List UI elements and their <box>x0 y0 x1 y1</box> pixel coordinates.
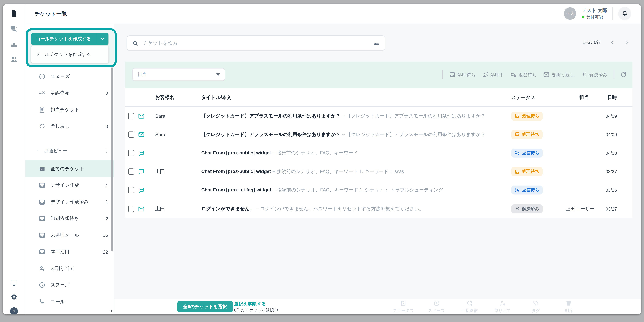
ticket-row[interactable]: 上田Chat From [proz-public] widget -- 接続前の… <box>125 162 632 181</box>
tray-icon <box>449 71 456 78</box>
split-chevron-button[interactable] <box>96 33 108 45</box>
trash-icon <box>566 300 572 306</box>
monitor-icon[interactable] <box>10 279 18 286</box>
status-filter-button[interactable]: 返答待ち <box>510 71 537 78</box>
avatar[interactable]: テ太 <box>564 7 576 20</box>
row-checkbox[interactable] <box>128 150 134 156</box>
create-mail-ticket-menu-item[interactable]: メールチケットを作成する <box>36 51 91 57</box>
status-badge: 返答待ち <box>511 186 543 195</box>
bulk-action-button[interactable]: ステータス <box>394 300 412 313</box>
gear-icon[interactable] <box>10 293 18 301</box>
status-cell: 返答待ち <box>511 149 543 158</box>
sidebar-item-label: 未処理メール <box>50 232 103 238</box>
ticket-title: Chat From [proz-public] widget -- 接続前のシナ… <box>201 150 503 156</box>
sidebar-item[interactable]: スヌーズ <box>25 68 114 85</box>
status-badge: 返答待ち <box>511 149 543 158</box>
people-icon[interactable] <box>10 55 18 63</box>
assignee-select[interactable]: 担当 <box>132 68 225 81</box>
sidebar-item-count: 0 <box>106 91 108 95</box>
sidebar-item[interactable]: デザイン作成済み1 <box>25 194 114 210</box>
bulk-action-button[interactable]: スヌーズ <box>427 300 446 313</box>
ticket-row[interactable]: Chat From [proz-tci-faq] widget -- 接続前のシ… <box>125 181 632 200</box>
select-all-button[interactable]: 全6のチケットを選択 <box>178 301 233 312</box>
inbox-icon <box>38 232 46 239</box>
sidebar-item[interactable]: 本日期日22 <box>25 244 114 260</box>
return-icon <box>38 123 46 130</box>
bulk-action-button[interactable]: 一括返信 <box>460 300 479 313</box>
row-checkbox[interactable] <box>128 187 134 193</box>
sidebar-item[interactable]: 承認依頼0 <box>25 85 114 101</box>
bar-chart-icon[interactable] <box>10 41 18 49</box>
sidebar-scrollbar[interactable] <box>111 59 113 251</box>
sidebar-item[interactable]: デザイン作成1 <box>25 177 114 194</box>
id-card-icon <box>38 106 46 113</box>
selection-info: 0件のチケットを選択中 <box>234 307 278 313</box>
sidebar-item[interactable]: コール <box>25 293 114 310</box>
inbox-icon <box>38 182 46 189</box>
row-checkbox[interactable] <box>128 131 134 138</box>
clock-icon <box>433 300 440 306</box>
bulk-action-button[interactable]: タグ <box>527 300 545 313</box>
create-call-ticket-button[interactable]: コールチケットを作成する <box>31 33 96 45</box>
column-header-title: タイトル/本文 <box>201 94 231 100</box>
sidebar-item[interactable]: 全てのチケット <box>25 160 114 177</box>
date-cell: 03/27 <box>594 169 617 174</box>
bulk-action-button[interactable]: 削除 <box>560 300 578 313</box>
tag-icon <box>532 300 539 306</box>
clear-selection-link[interactable]: 選択を解除する <box>234 301 266 307</box>
chevron-right-icon[interactable] <box>624 40 630 45</box>
status-filter-button[interactable]: 解決済み <box>581 71 608 78</box>
status-filter-button[interactable]: 要折り返し <box>543 71 574 78</box>
bulk-action-button[interactable]: 割り当て <box>494 300 512 313</box>
filter-sliders-icon[interactable] <box>374 40 380 46</box>
customer-name: 上田 <box>155 206 165 212</box>
customer-name: 上田 <box>155 169 165 175</box>
search-input[interactable]: チケットを検索 <box>126 35 385 51</box>
status-icon <box>514 113 520 119</box>
tickets-file-icon[interactable] <box>10 9 18 17</box>
ticket-table: お客様名 タイトル/本文 ステータス 担当 日時 Sara【クレジットカード】ア… <box>125 88 632 218</box>
assignee-select-placeholder: 担当 <box>138 71 216 77</box>
ticket-row[interactable]: Chat From [proz-public] widget -- 接続前のシナ… <box>125 144 632 162</box>
ticket-row[interactable]: Sara【クレジットカード】アプラスモールの利用条件はありますか？ -- 【クレ… <box>125 125 632 144</box>
status-badge: 解決済み <box>511 204 543 213</box>
refresh-icon[interactable] <box>620 71 627 78</box>
bulk-actions: ステータススヌーズ一括返信割り当てタグ削除 <box>394 299 578 314</box>
chevron-down-icon <box>36 148 40 153</box>
sidebar-item[interactable]: 未割り当て <box>25 260 114 277</box>
ticket-row[interactable]: 上田ログインができません。 -- ログインができません。パスワードをリセットする… <box>125 200 632 218</box>
sidebar-item[interactable]: 未処理メール35 <box>25 227 114 244</box>
row-checkbox[interactable] <box>128 206 134 212</box>
approval-icon <box>38 90 46 97</box>
date-cell: 04/09 <box>594 113 617 118</box>
inbox-icon <box>38 198 46 206</box>
column-header-date: 日時 <box>594 94 617 100</box>
status-filter-button[interactable]: 処理中 <box>482 71 504 78</box>
sidebar-section-common-views[interactable]: 共通ビュー ⋮ <box>25 144 114 157</box>
sidebar-scroll-down-icon[interactable]: ▼ <box>110 309 113 313</box>
sidebar-item-count: 0 <box>106 124 108 129</box>
sidebar-personal-list: スヌーズ承認依頼0担当チケット差し戻し0 <box>25 68 114 135</box>
person-plus-icon <box>500 300 506 306</box>
kebab-menu-icon[interactable]: ⋮ <box>104 148 109 153</box>
notifications-button[interactable] <box>618 7 631 20</box>
status-filter-button[interactable]: 処理待ち <box>449 71 476 78</box>
status-cell: 解決済み <box>511 204 543 213</box>
sidebar-item-label: 本日期日 <box>50 249 103 255</box>
help-icon[interactable]: ? <box>10 307 18 314</box>
sidebar-item-label: 担当チケット <box>50 107 108 113</box>
sidebar-item[interactable]: 差し戻し0 <box>25 118 114 135</box>
sidebar-item[interactable]: 印刷依頼待ち2 <box>25 210 114 227</box>
chevron-left-icon[interactable] <box>610 40 615 45</box>
sidebar-item[interactable]: スヌーズ <box>25 277 114 294</box>
sidebar-item[interactable]: 担当チケット <box>25 101 114 118</box>
sidebar-item-label: デザイン作成済み <box>50 199 106 205</box>
row-checkbox[interactable] <box>128 169 134 175</box>
sidebar-item-count: 1 <box>106 200 108 204</box>
user-info[interactable]: テスト 太郎 受付可能 <box>582 7 607 20</box>
chat-icon[interactable] <box>10 25 18 33</box>
clock-icon <box>38 282 46 289</box>
row-checkbox[interactable] <box>128 113 134 119</box>
ticket-row[interactable]: Sara【クレジットカード】アプラスモールの利用条件はありますか？ -- 【クレ… <box>125 107 632 125</box>
status-filter-group: 処理待ち処理中返答待ち要折り返し解決済み <box>442 61 627 88</box>
